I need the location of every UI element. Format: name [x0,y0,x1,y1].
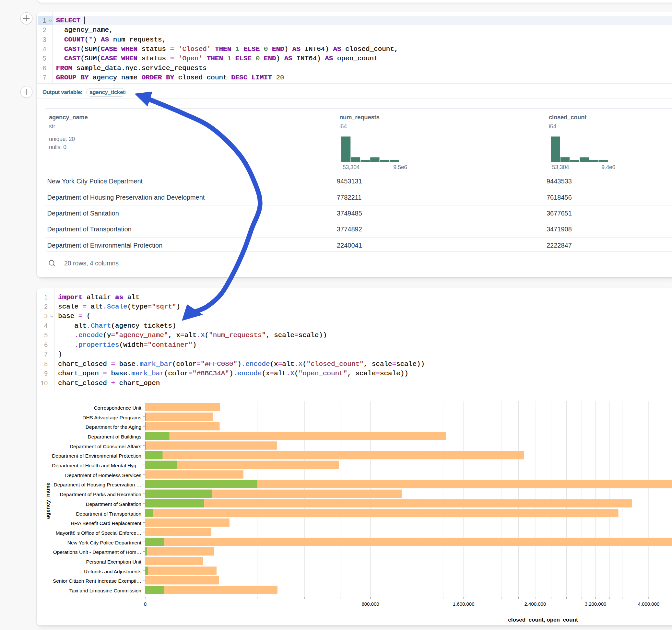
svg-text:Mayorâ€ s Office of Special E: Mayorâ€ s Office of Special Enforce… [56,530,141,536]
svg-text:DHS Advantage Programs: DHS Advantage Programs [82,415,141,420]
svg-text:Department of Homeless Service: Department of Homeless Services [65,472,141,478]
svg-text:Senior Citizen Rent Increase E: Senior Citizen Rent Increase Exempti… [53,578,141,584]
svg-text:Department of Environmental Pr: Department of Environmental Protection [52,453,141,459]
svg-text:0: 0 [144,601,146,607]
svg-text:Department of Sanitation: Department of Sanitation [86,501,141,507]
svg-text:Department for the Aging: Department for the Aging [86,424,141,430]
svg-text:2,400,000: 2,400,000 [525,601,546,607]
svg-text:Refunds and Adjustments: Refunds and Adjustments [84,569,141,574]
svg-text:Correspondence Unit: Correspondence Unit [94,405,142,411]
svg-text:Taxi and Limousine Commission: Taxi and Limousine Commission [69,588,141,593]
svg-text:Department of Parks and Recrea: Department of Parks and Recreation [59,492,141,497]
svg-text:3,200,000: 3,200,000 [585,601,606,607]
svg-text:Personal Exemption Unit: Personal Exemption Unit [86,559,141,564]
svg-text:Department of Buildings: Department of Buildings [88,434,142,439]
svg-text:4,000,000: 4,000,000 [638,601,660,607]
svg-text:Department of Transportation: Department of Transportation [76,511,141,516]
svg-text:1,600,000: 1,600,000 [453,601,475,607]
svg-text:closed_count, open_count: closed_count, open_count [508,617,578,623]
svg-text:Department of Housing Preserva: Department of Housing Preservation … [53,482,141,487]
svg-text:New York City Police Departmen: New York City Police Department [67,540,142,546]
svg-text:Department of Consumer Affairs: Department of Consumer Affairs [70,444,141,449]
svg-text:HRA Benefit Card Replacement: HRA Benefit Card Replacement [71,520,142,526]
svg-text:Operations Unit - Department o: Operations Unit - Department of Hom… [53,549,141,555]
svg-text:agency_name: agency_name [45,483,51,519]
svg-text:Department of Health and Menta: Department of Health and Mental Hyg… [52,463,141,468]
svg-text:800,000: 800,000 [361,601,379,607]
